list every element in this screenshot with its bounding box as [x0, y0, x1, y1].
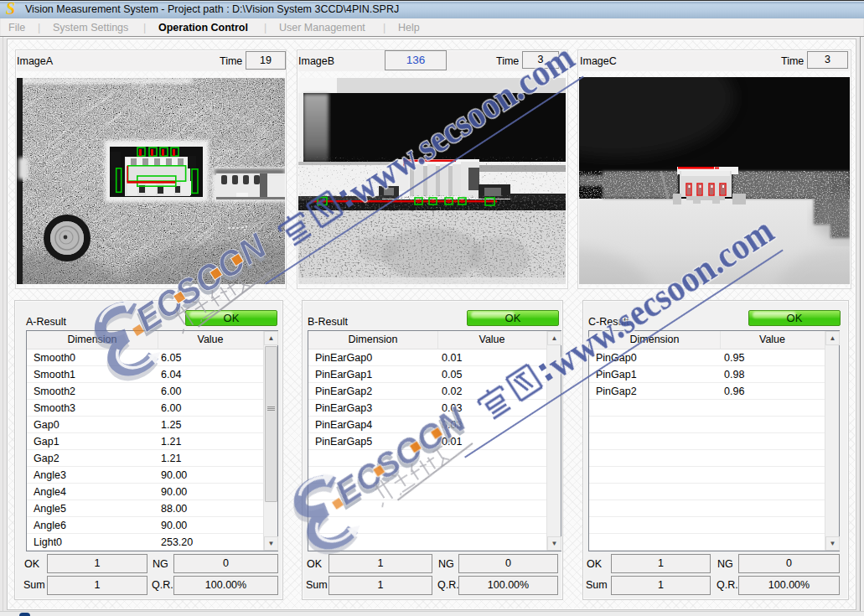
- svg-text:S: S: [6, 2, 15, 17]
